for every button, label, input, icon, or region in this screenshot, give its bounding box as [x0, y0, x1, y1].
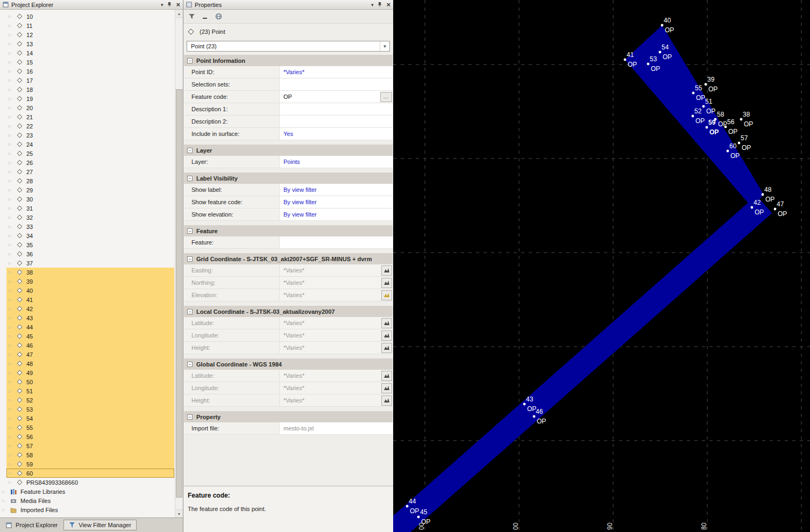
expand-arrow-icon[interactable]: ▷ [9, 161, 16, 165]
tree-item-point-26[interactable]: ▷26 [0, 158, 174, 167]
tree-item-point-40[interactable]: ▷40 [0, 286, 174, 295]
value-detail-button[interactable] [381, 396, 392, 406]
expand-arrow-icon[interactable]: ▷ [2, 499, 9, 503]
expand-arrow-icon[interactable]: ▷ [9, 270, 16, 275]
tree-item-point-21[interactable]: ▷21 [0, 112, 174, 121]
section-header-local-coordinate-s-jtsk-03-aktualizovany2007[interactable]: −Local Coordinate - S-JTSK-03_aktualizov… [184, 306, 393, 317]
section-header-label-visibility[interactable]: −Label Visibility [184, 172, 393, 184]
expand-arrow-icon[interactable]: ▷ [9, 170, 16, 174]
map-background[interactable] [393, 0, 810, 532]
expand-arrow-icon[interactable]: ▷ [9, 215, 16, 220]
expand-arrow-icon[interactable]: ▷ [9, 243, 16, 247]
tree-item-point-28[interactable]: ▷28 [0, 176, 174, 185]
map-point-54[interactable] [659, 51, 662, 54]
section-header-global-coordinate-wgs-1984[interactable]: −Global Coordinate - WGS 1984 [184, 358, 393, 370]
property-value-layer[interactable]: Points [280, 156, 393, 168]
chevron-down-icon[interactable]: ▼ [380, 41, 389, 51]
expand-arrow-icon[interactable]: ▷ [9, 334, 16, 339]
property-value-feature-code[interactable]: OP... [280, 91, 393, 103]
tree-item-point-53[interactable]: ▷53 [0, 405, 174, 414]
expand-arrow-icon[interactable]: ▷ [9, 316, 16, 320]
expand-arrow-icon[interactable]: ▷ [9, 225, 16, 229]
tree-item-point-22[interactable]: ▷22 [0, 121, 174, 131]
map-view[interactable]: 40OP41OP54OP53OP39OP55OP51OP52OP58OP59OP… [393, 0, 810, 532]
tree-item-point-24[interactable]: ▷24 [0, 140, 174, 149]
tree-item-point-10[interactable]: ▷10 [0, 12, 174, 21]
map-point-47[interactable] [774, 208, 777, 211]
map-canvas[interactable]: 40OP41OP54OP53OP39OP55OP51OP52OP58OP59OP… [393, 0, 810, 532]
selection-filter-icon[interactable] [188, 13, 195, 20]
map-point-45[interactable] [417, 516, 420, 519]
expand-arrow-icon[interactable]: ▷ [9, 435, 16, 439]
map-point-38[interactable] [740, 118, 743, 121]
tree-item-point-27[interactable]: ▷27 [0, 167, 174, 176]
tree-item-point-46[interactable]: ▷46 [0, 341, 174, 350]
tree-item-point-35[interactable]: ▷35 [0, 240, 174, 249]
property-value-longitude[interactable]: *Varies* [280, 382, 393, 394]
value-detail-button[interactable] [381, 265, 392, 276]
property-value-easting[interactable]: *Varies* [280, 264, 393, 276]
value-detail-button[interactable] [381, 318, 392, 328]
property-value-description-2[interactable] [280, 116, 393, 127]
expand-arrow-icon[interactable]: ▷ [9, 88, 16, 92]
expand-arrow-icon[interactable]: ▷ [9, 462, 16, 466]
tree-item-feature-libraries[interactable]: ▷Feature Libraries [0, 487, 174, 496]
tree-item-point-39[interactable]: ▷39 [0, 277, 174, 286]
scroll-down-icon[interactable]: ▼ [175, 509, 183, 517]
expand-arrow-icon[interactable]: ▷ [9, 444, 16, 448]
expand-arrow-icon[interactable]: ▷ [9, 289, 16, 293]
value-detail-button[interactable] [381, 290, 392, 300]
property-value-show-feature-code[interactable]: By view filter [280, 196, 393, 208]
expand-arrow-icon[interactable]: ▷ [9, 206, 16, 211]
expand-arrow-icon[interactable]: ▷ [9, 42, 16, 46]
expand-arrow-icon[interactable]: ▷ [9, 252, 16, 256]
expand-arrow-icon[interactable]: ▷ [9, 106, 16, 110]
tree-item-point-57[interactable]: ▷57 [0, 441, 174, 450]
expand-arrow-icon[interactable]: ▷ [9, 407, 16, 412]
tree-item-point-45[interactable]: ▷45 [0, 332, 174, 341]
collapse-icon[interactable]: − [187, 176, 193, 181]
tree-item-point-25[interactable]: ▷25 [0, 149, 174, 158]
section-header-property[interactable]: −Property [184, 411, 393, 422]
map-point-42[interactable] [751, 206, 754, 209]
panel-menu-icon[interactable]: ▾ [371, 2, 374, 8]
tree-item-point-47[interactable]: ▷47 [0, 350, 174, 359]
property-value-latitude[interactable]: *Varies* [280, 317, 393, 329]
tree-item-point-60[interactable]: ▷60 [0, 469, 174, 478]
expand-arrow-icon[interactable]: ▷ [9, 15, 16, 19]
browse-button[interactable]: ... [380, 92, 392, 102]
expand-arrow-icon[interactable]: ▷ [9, 398, 16, 402]
tree-item-point-32[interactable]: ▷32 [0, 213, 174, 222]
property-value-height[interactable]: *Varies* [280, 342, 393, 354]
property-value-feature[interactable] [280, 236, 393, 248]
section-header-feature[interactable]: −Feature [184, 225, 393, 236]
tree-item-point-15[interactable]: ▷15 [0, 57, 174, 67]
map-point-41[interactable] [624, 59, 627, 61]
expand-arrow-icon[interactable]: ▷ [9, 307, 16, 311]
tree-item-point-19[interactable]: ▷19 [0, 94, 174, 103]
minimize-icon[interactable] [202, 13, 209, 20]
expand-arrow-icon[interactable]: ▷ [9, 453, 16, 457]
tree-item-point-54[interactable]: ▷54 [0, 414, 174, 423]
tree-item-point-34[interactable]: ▷34 [0, 231, 174, 240]
tree-item-point-43[interactable]: ▷43 [0, 313, 174, 322]
property-value-elevation[interactable]: *Varies* [280, 289, 393, 301]
expand-arrow-icon[interactable]: ▷ [9, 78, 16, 83]
tree-item-point-23[interactable]: ▷23 [0, 131, 174, 140]
tree-item-point-38[interactable]: ▷38 [0, 268, 174, 277]
close-icon[interactable]: × [386, 2, 390, 8]
tree-item-point-16[interactable]: ▷16 [0, 67, 174, 76]
expand-arrow-icon[interactable]: ▷ [9, 60, 16, 64]
property-value-northing[interactable]: *Varies* [280, 277, 393, 289]
pin-icon[interactable] [377, 2, 382, 8]
expand-arrow-icon[interactable]: ▷ [9, 152, 16, 156]
expand-arrow-icon[interactable]: ▷ [9, 480, 16, 485]
tree-item-point-13[interactable]: ▷13 [0, 39, 174, 48]
expand-arrow-icon[interactable]: ▷ [9, 188, 16, 192]
tree-item-point-14[interactable]: ▷14 [0, 48, 174, 57]
expand-arrow-icon[interactable]: ▷ [9, 142, 16, 147]
value-detail-button[interactable] [381, 330, 392, 341]
property-value-latitude[interactable]: *Varies* [280, 370, 393, 382]
close-icon[interactable]: × [176, 2, 180, 8]
expand-arrow-icon[interactable]: ▷ [9, 353, 16, 357]
